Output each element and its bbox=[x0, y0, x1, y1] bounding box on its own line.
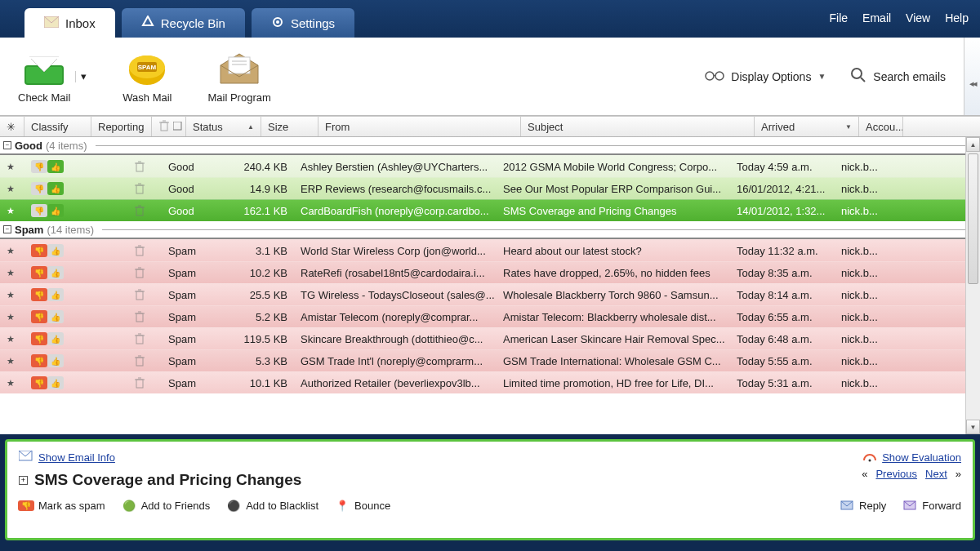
email-row[interactable]: ★ 👎👍 Spam 5.2 KB Amistar Telecom (norepl… bbox=[0, 305, 980, 327]
reporting-cell[interactable] bbox=[93, 372, 127, 393]
reporting-cell[interactable] bbox=[93, 284, 127, 305]
thumbs-up-icon[interactable]: 👍 bbox=[47, 310, 64, 323]
col-size[interactable]: Size bbox=[261, 117, 318, 136]
email-row[interactable]: ★ 👎👍 Spam 119.5 KB Skincare Breakthrough… bbox=[0, 327, 980, 349]
star-icon[interactable]: ★ bbox=[7, 334, 15, 344]
thumbs-up-icon[interactable]: 👍 bbox=[47, 266, 64, 279]
thumbs-up-icon[interactable]: 👍 bbox=[47, 244, 64, 257]
star-icon[interactable]: ★ bbox=[7, 184, 15, 194]
col-account[interactable]: Accou... bbox=[859, 117, 903, 136]
email-row[interactable]: ★ 👎👍 Good 14.9 KB ERP Reviews (research@… bbox=[0, 177, 980, 199]
add-to-blacklist-button[interactable]: ⚫Add to Blacklist bbox=[226, 499, 318, 512]
group-good[interactable]: − Good (4 items) bbox=[0, 137, 980, 155]
email-row[interactable]: ★ 👎👍 Good 240.4 KB Ashley Berstien (Ashl… bbox=[0, 155, 980, 177]
menu-email[interactable]: Email bbox=[862, 11, 891, 24]
col-status[interactable]: Status▲ bbox=[186, 117, 261, 136]
menu-view[interactable]: View bbox=[906, 11, 930, 24]
expand-icon[interactable]: + bbox=[19, 476, 28, 485]
classify-thumbs[interactable]: 👎👍 bbox=[31, 332, 64, 345]
mail-program-button[interactable]: Mail Program bbox=[208, 49, 271, 104]
reporting-cell[interactable] bbox=[93, 156, 127, 177]
col-arrived[interactable]: Arrived▼ bbox=[755, 117, 859, 136]
thumbs-up-icon[interactable]: 👍 bbox=[47, 354, 64, 367]
tab-settings[interactable]: Settings bbox=[252, 8, 354, 38]
tab-recycle-bin[interactable]: Recycle Bin bbox=[122, 8, 245, 38]
check-mail-button[interactable]: Check Mail ▾ bbox=[18, 49, 87, 104]
show-email-info-link[interactable]: Show Email Info bbox=[19, 451, 115, 464]
menu-file[interactable]: File bbox=[830, 11, 849, 24]
thumbs-down-icon[interactable]: 👎 bbox=[31, 332, 47, 345]
scroll-down-icon[interactable]: ▼ bbox=[966, 420, 980, 434]
col-subject[interactable]: Subject bbox=[521, 117, 755, 136]
wash-mail-button[interactable]: SPAM Wash Mail bbox=[122, 49, 172, 104]
delete-cell[interactable] bbox=[127, 178, 162, 199]
thumbs-up-icon[interactable]: 👍 bbox=[47, 160, 64, 173]
group-spam[interactable]: − Spam (14 items) bbox=[0, 221, 980, 239]
email-row[interactable]: ★ 👎👍 Spam 25.5 KB TG Wireless - TodaysCl… bbox=[0, 283, 980, 305]
reporting-cell[interactable] bbox=[93, 262, 127, 283]
classify-thumbs[interactable]: 👎👍 bbox=[31, 182, 64, 195]
thumbs-down-icon[interactable]: 👎 bbox=[31, 244, 47, 257]
display-options-button[interactable]: Display Options ▼ bbox=[705, 69, 826, 83]
thumbs-up-icon[interactable]: 👍 bbox=[47, 204, 64, 217]
delete-cell[interactable] bbox=[127, 328, 162, 349]
classify-thumbs[interactable]: 👎👍 bbox=[31, 310, 64, 323]
thumbs-down-icon[interactable]: 👎 bbox=[31, 376, 47, 389]
reporting-cell[interactable] bbox=[93, 200, 127, 221]
email-row[interactable]: ★ 👎👍 Spam 10.2 KB RateRefi (rosabel18nt5… bbox=[0, 261, 980, 283]
delete-cell[interactable] bbox=[127, 350, 162, 371]
collapse-ribbon-button[interactable]: ◂◂ bbox=[964, 38, 980, 115]
star-icon[interactable]: ★ bbox=[7, 246, 15, 256]
delete-cell[interactable] bbox=[127, 306, 162, 327]
delete-cell[interactable] bbox=[127, 262, 162, 283]
star-icon[interactable]: ★ bbox=[7, 312, 15, 322]
reporting-cell[interactable] bbox=[93, 328, 127, 349]
email-row[interactable]: ★ 👎👍 Spam 10.1 KB Authorized Retailer (b… bbox=[0, 371, 980, 393]
star-icon[interactable]: ★ bbox=[7, 162, 15, 172]
collapse-icon[interactable]: − bbox=[3, 225, 11, 233]
classify-thumbs[interactable]: 👎👍 bbox=[31, 266, 64, 279]
bounce-button[interactable]: 📍Bounce bbox=[335, 499, 390, 512]
thumbs-down-icon[interactable]: 👎 bbox=[31, 310, 47, 323]
thumbs-down-icon[interactable]: 👎 bbox=[31, 288, 47, 301]
prev-email-link[interactable]: Previous bbox=[875, 468, 917, 480]
reporting-cell[interactable] bbox=[93, 350, 127, 371]
thumbs-down-icon[interactable]: 👎 bbox=[31, 354, 47, 367]
thumbs-down-icon[interactable]: 👎 bbox=[31, 182, 47, 195]
scrollbar[interactable]: ▲ ▼ bbox=[965, 137, 980, 434]
reporting-cell[interactable] bbox=[93, 178, 127, 199]
delete-cell[interactable] bbox=[127, 284, 162, 305]
col-star[interactable]: ✳ bbox=[0, 117, 24, 136]
collapse-icon[interactable]: − bbox=[3, 141, 11, 149]
email-row[interactable]: ★ 👎👍 Spam 3.1 KB World Star Wireless Cor… bbox=[0, 239, 980, 261]
email-row[interactable]: ★ 👎👍 Good 162.1 KB CardBoardFish (norepl… bbox=[0, 199, 980, 221]
star-icon[interactable]: ★ bbox=[7, 378, 15, 389]
classify-thumbs[interactable]: 👎👍 bbox=[31, 376, 64, 389]
scroll-up-icon[interactable]: ▲ bbox=[966, 137, 980, 152]
star-icon[interactable]: ★ bbox=[7, 356, 15, 367]
classify-thumbs[interactable]: 👎👍 bbox=[31, 160, 64, 173]
mark-as-spam-button[interactable]: 👎Mark as spam bbox=[19, 499, 105, 512]
reporting-cell[interactable] bbox=[93, 306, 127, 327]
thumbs-up-icon[interactable]: 👍 bbox=[47, 332, 64, 345]
reporting-cell[interactable] bbox=[93, 240, 127, 261]
star-icon[interactable]: ★ bbox=[7, 290, 15, 300]
tab-inbox[interactable]: Inbox bbox=[24, 8, 115, 38]
thumbs-down-icon[interactable]: 👎 bbox=[31, 204, 47, 217]
thumbs-up-icon[interactable]: 👍 bbox=[47, 376, 64, 389]
col-delete[interactable] bbox=[152, 117, 186, 136]
col-reporting[interactable]: Reporting bbox=[91, 117, 152, 136]
delete-cell[interactable] bbox=[127, 156, 162, 177]
menu-help[interactable]: Help bbox=[945, 11, 969, 24]
thumbs-up-icon[interactable]: 👍 bbox=[47, 288, 64, 301]
delete-cell[interactable] bbox=[127, 372, 162, 393]
add-to-friends-button[interactable]: 🟢Add to Friends bbox=[122, 499, 211, 512]
classify-thumbs[interactable]: 👎👍 bbox=[31, 244, 64, 257]
check-mail-dropdown[interactable]: ▾ bbox=[75, 71, 87, 82]
next-email-link[interactable]: Next bbox=[925, 468, 947, 480]
star-icon[interactable]: ★ bbox=[7, 206, 15, 216]
reply-button[interactable]: Reply bbox=[840, 499, 886, 512]
delete-cell[interactable] bbox=[127, 240, 162, 261]
show-evaluation-link[interactable]: Show Evaluation bbox=[862, 451, 961, 464]
thumbs-down-icon[interactable]: 👎 bbox=[31, 160, 47, 173]
